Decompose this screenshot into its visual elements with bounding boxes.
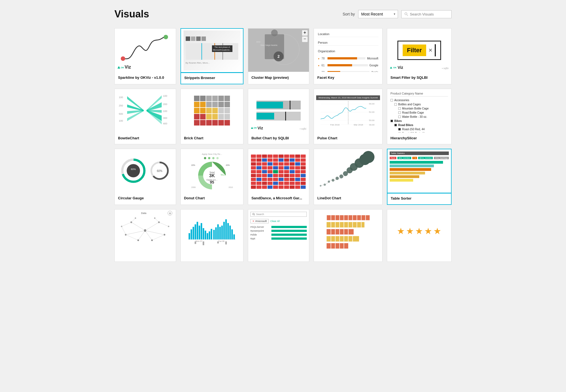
card-thumb-brickchart [181,89,243,133]
card-hashtag[interactable]: Search ✕ #microsoft Clear All #SQLServer [248,209,310,262]
page-header: Visuals Sort by Most Recent Most Downloa… [114,8,452,20]
sort-select[interactable]: Most Recent Most Downloads Rating Name [358,10,398,18]
card-clustermap[interactable]: 2 + − Emi Dear Satya Nadella Cluster Map… [248,28,310,84]
svg-rect-147 [301,185,306,189]
check-roadbottle [398,111,401,114]
svg-text:56.00: 56.00 [369,103,375,105]
svg-rect-68 [251,158,256,162]
svg-rect-216 [225,241,227,244]
svg-point-150 [328,181,330,183]
card-thumb-tablesorter: Twitter Statistics Rank @bl_mention 7.8 … [387,149,451,194]
svg-rect-104 [284,170,289,173]
card-circulargauge[interactable]: 60% 60% Circular Gauge [114,149,176,205]
svg-text:100: 100 [163,95,167,97]
svg-rect-70 [262,158,267,162]
card-brickchart[interactable]: Brick Chart [180,89,243,144]
search-input[interactable] [410,12,449,16]
card-stars[interactable]: ★ ★ ★ ★ ★ [387,209,452,262]
svg-rect-208 [225,219,227,239]
svg-rect-77 [301,158,306,162]
card-bowtie[interactable]: 100 250 500 100 100 200 100 300 400 [114,89,176,144]
svg-rect-209 [227,223,229,239]
card-timeline[interactable]: Mon 07 Tue 08 [180,209,243,262]
svg-rect-145 [290,185,295,189]
svg-text:100: 100 [119,96,123,99]
card-sanddance[interactable]: SandDance, a Microsoft Gar... [248,149,310,205]
card-bulletchart[interactable]: OK Viz ▪ sqlbi Bullet Chart by SQLBI [248,89,310,144]
card-linedot[interactable]: LineDot Chart [314,149,382,205]
svg-text:Feb 2016: Feb 2016 [330,124,340,126]
donut-chart-svg: Apply Now City Re... [190,149,234,192]
svg-line-175 [138,231,145,240]
star-5: ★ [433,226,441,236]
svg-rect-138 [251,185,256,189]
card-stripedbars[interactable] [314,209,382,262]
card-thumb-circulargauge: 60% 60% [115,149,176,193]
svg-rect-142 [273,185,278,189]
card-strippets[interactable]: The next phase ofMicrosoft Academic... B… [180,28,243,84]
hierarchy-item-road150-48: Road-150 Red, 48 [398,132,448,133]
svg-rect-212 [233,234,235,239]
svg-rect-192 [193,227,194,239]
svg-rect-76 [295,158,300,162]
card-smartfilter[interactable]: Filter ✕ OK Viz ▪ sqlbi Smart Filter by … [387,28,452,84]
svg-rect-206 [221,226,222,239]
svg-line-177 [145,231,164,235]
svg-rect-210 [229,226,230,239]
svg-rect-118 [251,178,256,181]
search-icon [404,12,408,16]
card-donutchart[interactable]: Apply Now City Re... [180,149,243,205]
svg-line-173 [145,222,159,231]
card-label-brickchart: Brick Chart [181,133,243,144]
svg-text:⊕: ⊕ [169,212,171,215]
card-network[interactable]: Data [114,209,176,262]
svg-point-39 [127,164,140,177]
star-3: ★ [415,226,423,236]
svg-rect-98 [251,170,256,173]
svg-point-46 [208,157,210,159]
card-label-linedot: LineDot Chart [314,193,382,204]
card-thumb-linedot [314,149,382,193]
svg-line-176 [145,231,152,240]
pulse-tooltip: Wednesday, March 23, 2016 Microsoft Data… [316,95,380,100]
visuals-grid: OK Viz Sparkline by OKViz - v1.0.0 [114,28,452,262]
svg-rect-89 [256,166,261,169]
sparkline-svg [120,34,170,67]
svg-point-47 [212,157,214,159]
svg-line-1 [407,15,408,16]
svg-text:Apply Now City Re...: Apply Now City Re... [202,153,222,155]
card-thumb-network: Data [115,210,176,254]
card-thumb-sanddance [248,149,309,193]
svg-text:2010: 2010 [229,186,233,188]
svg-rect-60 [262,155,267,158]
svg-rect-211 [231,229,233,239]
svg-rect-99 [256,170,261,173]
svg-text:+: + [303,30,306,35]
card-pulsechart[interactable]: Wednesday, March 23, 2016 Microsoft Data… [314,89,382,144]
svg-rect-113 [279,174,284,177]
card-tablesorter[interactable]: Twitter Statistics Rank @bl_mention 7.8 … [387,149,452,205]
clustermap-svg: 2 + − Emi Dear Satya Nadella [248,29,309,72]
sanddance-svg [248,149,309,192]
card-hierarchyslicer[interactable]: Product Category Name Accessories Bottle… [387,89,452,144]
star-4: ★ [424,226,432,236]
card-facetkey[interactable]: Location Person Organization ⬧ 78 Micros… [314,28,382,84]
svg-rect-61 [268,155,272,158]
svg-rect-81 [268,162,272,166]
hierarchy-item-waterbottle: Water Bottle - 30 oz. [398,115,448,118]
card-thumb-sparkline: OK Viz [115,28,176,73]
svg-rect-78 [251,162,256,166]
check-bikes [391,120,393,122]
svg-text:200: 200 [163,103,167,106]
card-label-stripedbars [314,254,382,262]
card-label-timeline [181,254,243,262]
search-box [401,10,452,18]
hierarchy-item-roadbottle: Road Bottle Cage [398,111,448,114]
header-controls: Sort by Most Recent Most Downloads Ratin… [343,10,452,18]
svg-rect-131 [268,182,272,185]
card-sparkline[interactable]: OK Viz Sparkline by OKViz - v1.0.0 [114,28,176,84]
svg-rect-196 [201,223,202,239]
svg-point-0 [405,13,407,15]
svg-rect-143 [279,185,284,189]
linedot-svg [319,150,377,191]
